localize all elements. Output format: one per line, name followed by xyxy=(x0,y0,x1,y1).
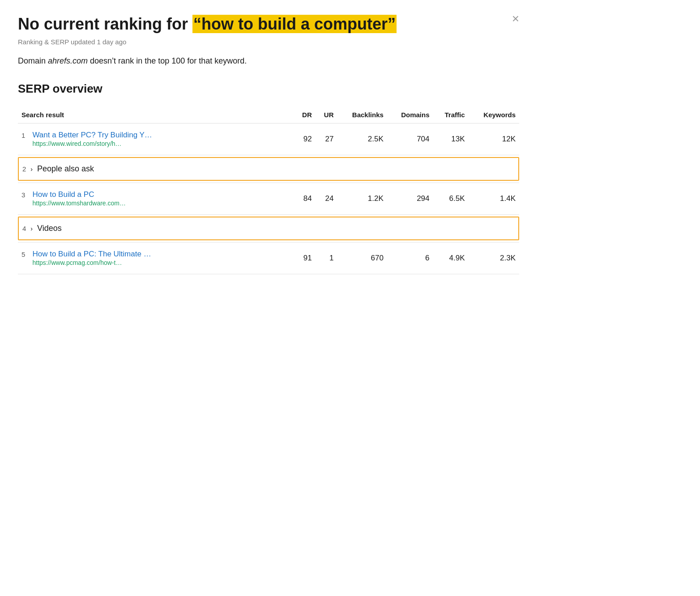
table-header-row: Search result DR UR Backlinks Domains Tr… xyxy=(18,106,519,123)
cell-domains: 294 xyxy=(387,183,433,215)
title-prefix: No current ranking for xyxy=(18,15,192,33)
result-title-link[interactable]: How to Build a PC: The Ultimate … xyxy=(32,250,151,259)
special-item-label: People also ask xyxy=(37,164,94,174)
table-row: 3 How to Build a PC https://www.tomshard… xyxy=(18,183,519,215)
result-url-link[interactable]: https://www.pcmag.com/how-t… xyxy=(32,259,122,266)
col-backlinks: Backlinks xyxy=(337,106,387,123)
col-ur: UR xyxy=(316,106,337,123)
col-keywords: Keywords xyxy=(468,106,519,123)
result-content: How to Build a PC: The Ultimate … https:… xyxy=(32,250,151,267)
col-domains: Domains xyxy=(387,106,433,123)
cell-domains: 6 xyxy=(387,243,433,274)
result-title-link[interactable]: How to Build a PC xyxy=(32,190,126,199)
special-serp-item[interactable]: 2 › People also ask xyxy=(18,157,519,181)
result-content: How to Build a PC https://www.tomshardwa… xyxy=(32,190,126,207)
result-url-link[interactable]: https://www.wired.com/story/h… xyxy=(32,140,121,147)
cell-traffic: 6.5K xyxy=(433,183,469,215)
chevron-icon: › xyxy=(30,166,33,173)
serp-table: Search result DR UR Backlinks Domains Tr… xyxy=(18,106,519,274)
cell-backlinks: 670 xyxy=(337,243,387,274)
result-content: Want a Better PC? Try Building Y… https:… xyxy=(32,131,152,148)
special-serp-item[interactable]: 4 › Videos xyxy=(18,217,519,240)
cell-backlinks: 2.5K xyxy=(337,123,387,155)
cell-dr: 91 xyxy=(294,243,316,274)
page-title: No current ranking for “how to build a c… xyxy=(18,14,519,34)
col-search-result: Search result xyxy=(18,106,294,123)
chevron-icon: › xyxy=(30,225,33,232)
title-highlight: “how to build a computer” xyxy=(192,15,397,33)
special-row-rank: 2 xyxy=(22,165,26,173)
col-dr: DR xyxy=(294,106,316,123)
table-row[interactable]: 2 › People also ask xyxy=(18,155,519,183)
row-rank: 5 xyxy=(21,250,30,258)
cell-ur: 1 xyxy=(316,243,337,274)
domain-name: ahrefs.com xyxy=(48,56,88,65)
result-url-link[interactable]: https://www.tomshardware.com… xyxy=(32,200,126,207)
row-rank: 3 xyxy=(21,190,30,199)
cell-dr: 92 xyxy=(294,123,316,155)
table-row: 1 Want a Better PC? Try Building Y… http… xyxy=(18,123,519,155)
cell-backlinks: 1.2K xyxy=(337,183,387,215)
row-rank: 1 xyxy=(21,131,30,139)
cell-keywords: 1.4K xyxy=(468,183,519,215)
ranking-subtitle: Ranking & SERP updated 1 day ago xyxy=(18,38,519,46)
cell-traffic: 4.9K xyxy=(433,243,469,274)
cell-dr: 84 xyxy=(294,183,316,215)
cell-ur: 27 xyxy=(316,123,337,155)
special-item-label: Videos xyxy=(37,224,62,233)
cell-keywords: 12K xyxy=(468,123,519,155)
close-button[interactable]: × xyxy=(512,13,519,25)
cell-ur: 24 xyxy=(316,183,337,215)
special-row-rank: 4 xyxy=(22,225,26,232)
col-traffic: Traffic xyxy=(433,106,469,123)
table-row[interactable]: 4 › Videos xyxy=(18,215,519,243)
table-row: 5 How to Build a PC: The Ultimate … http… xyxy=(18,243,519,274)
cell-domains: 704 xyxy=(387,123,433,155)
result-title-link[interactable]: Want a Better PC? Try Building Y… xyxy=(32,131,152,140)
cell-keywords: 2.3K xyxy=(468,243,519,274)
domain-description: Domain ahrefs.com doesn’t rank in the to… xyxy=(18,56,519,66)
serp-overview-title: SERP overview xyxy=(18,82,519,96)
cell-traffic: 13K xyxy=(433,123,469,155)
